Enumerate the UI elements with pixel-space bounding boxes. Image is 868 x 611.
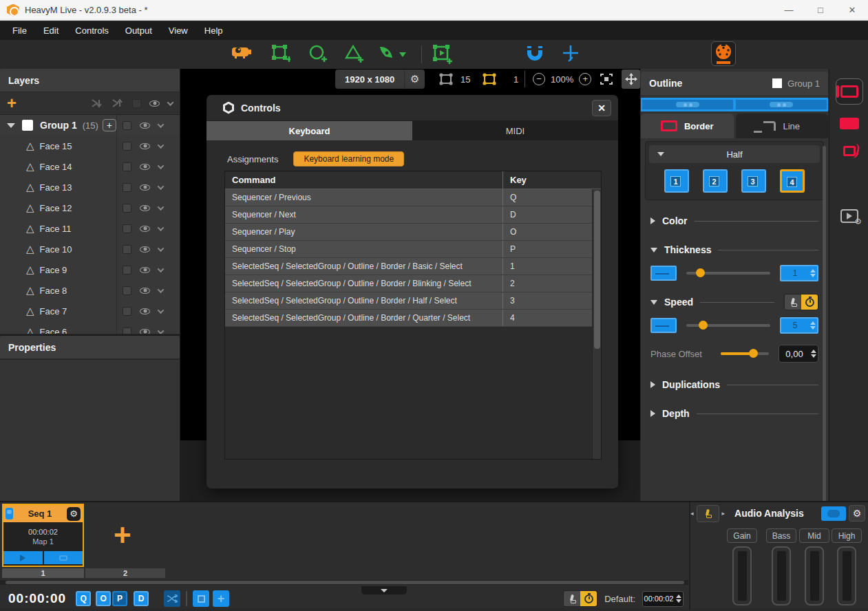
layer-row-face9[interactable]: △Face 9 <box>0 259 180 280</box>
sequence-card[interactable]: Seq 1 ⚙ 00:00:02 Map 1 <box>2 504 84 567</box>
group-chevron-icon[interactable] <box>158 121 165 128</box>
menu-view[interactable]: View <box>162 23 195 39</box>
thickness-slider-knob[interactable] <box>696 268 705 277</box>
hotkey-o-button[interactable]: O <box>96 591 111 606</box>
layer-row-face15[interactable]: △Face 15 <box>0 136 180 156</box>
thickness-slider[interactable] <box>686 272 770 275</box>
bass-meter[interactable] <box>772 546 791 605</box>
move-layer-up-icon[interactable] <box>112 98 124 108</box>
add-circle-tool-icon[interactable] <box>308 44 327 63</box>
select-all-checkbox[interactable] <box>132 99 141 108</box>
preset-button-2[interactable]: 2 <box>703 169 728 193</box>
keyboard-learning-mode-button[interactable]: Keyboard learning mode <box>293 151 404 167</box>
tab-midi[interactable]: MIDI <box>412 121 618 140</box>
table-row[interactable]: SelectedSeq / SelectedGroup / Outline / … <box>225 258 601 275</box>
speed-manual-pen-button[interactable] <box>785 294 801 310</box>
projector-icon[interactable] <box>231 44 252 59</box>
group-checkbox[interactable] <box>22 120 33 131</box>
layer-row-face12[interactable]: △Face 12 <box>0 197 180 218</box>
sequence-play-button[interactable] <box>3 551 43 564</box>
fill-mode-button[interactable] <box>836 110 863 136</box>
face-visibility-eye-icon[interactable] <box>140 164 150 170</box>
duration-manual-pen-button[interactable] <box>564 591 580 606</box>
pen-tool-icon[interactable] <box>377 44 395 62</box>
midi-panel-button[interactable] <box>711 41 736 66</box>
face-visibility-eye-icon[interactable] <box>140 246 150 253</box>
add-point-crosshair-icon[interactable] <box>562 44 580 62</box>
face-select-checkbox[interactable] <box>123 224 131 233</box>
section-duplications[interactable]: Duplications <box>650 379 818 390</box>
face-select-checkbox[interactable] <box>123 328 131 334</box>
sequence-card-header[interactable]: Seq 1 ⚙ <box>3 505 83 522</box>
layer-row-face8[interactable]: △Face 8 <box>0 280 180 301</box>
grid-view-button[interactable]: + <box>213 590 229 607</box>
spin-up-icon[interactable] <box>810 321 816 325</box>
audio-settings-gear-icon[interactable]: ⚙ <box>849 505 865 522</box>
preset-button-3[interactable]: 3 <box>741 169 766 193</box>
add-quad-tool-icon[interactable] <box>271 44 290 63</box>
group-expand-arrow-icon[interactable] <box>7 123 15 128</box>
spin-up-icon[interactable] <box>676 594 681 598</box>
face-visibility-eye-icon[interactable] <box>140 267 150 273</box>
face-visibility-eye-icon[interactable] <box>140 288 150 294</box>
table-row[interactable]: Sequencer / NextD <box>225 206 601 224</box>
table-row[interactable]: SelectedSeq / SelectedGroup / Outline / … <box>225 275 601 292</box>
high-meter[interactable] <box>837 546 856 605</box>
face-select-checkbox[interactable] <box>123 307 131 316</box>
spin-up-icon[interactable] <box>810 269 816 272</box>
timeline-scrollbar[interactable] <box>0 580 688 585</box>
gain-meter[interactable] <box>732 546 752 605</box>
section-depth[interactable]: Depth <box>650 408 818 419</box>
track-tab-1[interactable]: 1 <box>2 568 84 578</box>
audio-pen-button[interactable] <box>697 505 719 522</box>
face-visibility-eye-icon[interactable] <box>140 308 150 314</box>
face-select-checkbox[interactable] <box>123 183 131 192</box>
sequence-preview-bar[interactable] <box>641 98 828 111</box>
track-tab-2[interactable]: 2 <box>85 568 165 578</box>
add-layer-button[interactable]: + <box>7 96 17 110</box>
resolution-settings-gear-icon[interactable]: ⚙ <box>404 69 425 89</box>
group-row[interactable]: Group 1 (15) + <box>0 115 180 136</box>
add-face-to-group-button[interactable]: + <box>103 119 116 131</box>
sequence-segment[interactable] <box>736 100 827 109</box>
preset-button-1[interactable]: 1 <box>664 169 689 193</box>
effects-mode-button[interactable] <box>836 138 863 164</box>
column-header-command[interactable]: Command <box>225 171 503 189</box>
section-speed[interactable]: Speed <box>650 297 818 308</box>
audio-prev-arrow-icon[interactable]: ◂ <box>690 510 694 517</box>
duration-timer-clock-button[interactable] <box>580 591 597 606</box>
thickness-style-button[interactable] <box>650 266 677 281</box>
face-visibility-eye-icon[interactable] <box>140 184 150 191</box>
layer-row-face13[interactable]: △Face 13 <box>0 177 180 197</box>
face-chevron-icon[interactable] <box>158 183 165 190</box>
close-button[interactable]: ✕ <box>836 0 868 20</box>
layer-row-face14[interactable]: △Face 14 <box>0 156 180 177</box>
layer-row-face6[interactable]: △Face 6 <box>0 321 180 334</box>
face-chevron-icon[interactable] <box>158 328 165 334</box>
phase-offset-knob[interactable] <box>749 349 758 358</box>
maximize-button[interactable]: □ <box>805 0 836 20</box>
add-triangle-tool-icon[interactable] <box>344 44 363 63</box>
tab-border[interactable]: Border <box>641 114 734 138</box>
outline-mode-button[interactable] <box>836 78 863 105</box>
zoom-in-button[interactable]: + <box>579 73 591 85</box>
face-select-checkbox[interactable] <box>123 266 131 275</box>
audio-analysis-toggle[interactable] <box>821 506 846 521</box>
layer-row-face7[interactable]: △Face 7 <box>0 301 180 321</box>
face-visibility-eye-icon[interactable] <box>140 205 150 211</box>
controls-dialog-titlebar[interactable]: Controls ✕ <box>207 95 618 121</box>
border-style-dropdown[interactable]: Half <box>649 145 820 163</box>
zoom-out-button[interactable]: − <box>533 73 545 85</box>
hotkey-d-button[interactable]: D <box>134 591 149 606</box>
menu-edit[interactable]: Edit <box>36 23 65 39</box>
section-color[interactable]: Color <box>650 215 818 226</box>
face-chevron-icon[interactable] <box>158 307 165 314</box>
column-header-key[interactable]: Key <box>503 171 593 189</box>
collapse-all-chevron-icon[interactable] <box>167 99 174 106</box>
face-chevron-icon[interactable] <box>158 245 165 252</box>
single-view-button[interactable] <box>193 590 209 607</box>
add-sequence-button[interactable]: + <box>114 523 131 548</box>
face-chevron-icon[interactable] <box>158 162 165 169</box>
spin-down-icon[interactable] <box>811 354 816 358</box>
menu-help[interactable]: Help <box>198 23 230 39</box>
